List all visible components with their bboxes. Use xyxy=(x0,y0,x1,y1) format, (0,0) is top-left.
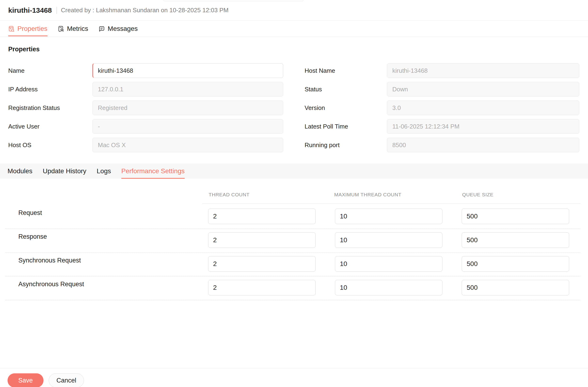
footer-action-bar: Save Cancel xyxy=(0,368,588,387)
header-divider xyxy=(56,7,57,14)
row-label: Synchronous Request xyxy=(18,257,81,264)
request-queue-size-input[interactable] xyxy=(462,208,569,224)
performance-table-header: THREAD COUNT MAXIMUM THREAD COUNT QUEUE … xyxy=(0,179,588,204)
active-user-label: Active User xyxy=(8,123,92,130)
col-header-thread-count: THREAD COUNT xyxy=(209,192,250,198)
tab-properties-label: Properties xyxy=(17,25,47,32)
col-header-queue-size: QUEUE SIZE xyxy=(462,192,493,198)
async-request-thread-count-input[interactable] xyxy=(208,280,316,296)
save-button[interactable]: Save xyxy=(7,373,43,387)
subtab-update-history-label: Update History xyxy=(43,167,86,175)
row-label: Asynchronous Request xyxy=(18,281,84,288)
version-label: Version xyxy=(305,104,387,112)
tab-messages-label: Messages xyxy=(108,25,138,32)
host-name-label: Host Name xyxy=(305,67,387,74)
async-request-queue-size-input[interactable] xyxy=(462,280,569,296)
latest-poll-time-input xyxy=(387,119,579,134)
status-input xyxy=(387,82,579,96)
row-label: Response xyxy=(18,233,47,240)
subtab-performance-settings-label: Performance Settings xyxy=(121,167,185,175)
request-max-thread-count-input[interactable] xyxy=(335,208,442,224)
col-header-maximum-thread-count: MAXIMUM THREAD COUNT xyxy=(334,192,401,198)
created-by-text: Created by : Lakshmanan Sundaran on 10-2… xyxy=(61,7,229,14)
sync-request-max-thread-count-input[interactable] xyxy=(335,256,442,272)
host-name-input xyxy=(387,63,579,78)
registration-status-input xyxy=(92,100,283,115)
page-title: kiruthi-13468 xyxy=(8,6,52,14)
async-request-max-thread-count-input[interactable] xyxy=(335,280,442,296)
table-row-asynchronous-request: Asynchronous Request xyxy=(5,276,581,300)
field-host-os: Host OS xyxy=(8,138,283,152)
tab-metrics-label: Metrics xyxy=(67,25,88,32)
section-title-properties: Properties xyxy=(8,46,588,53)
sync-request-queue-size-input[interactable] xyxy=(462,256,569,272)
header-separator-line xyxy=(202,203,581,204)
table-row-synchronous-request: Synchronous Request xyxy=(5,252,581,276)
performance-table-body: Request Response Synchronous Request Asy… xyxy=(0,204,588,300)
field-running-port: Running port xyxy=(305,138,579,152)
form-column-right: Host Name Status Version Latest Poll Tim… xyxy=(283,63,579,156)
table-row-response: Response xyxy=(5,229,581,252)
latest-poll-time-label: Latest Poll Time xyxy=(305,123,387,130)
page-header: kiruthi-13468 Created by : Lakshmanan Su… xyxy=(0,0,588,21)
main-tab-bar: Properties Metrics Messages xyxy=(0,21,588,37)
response-max-thread-count-input[interactable] xyxy=(335,232,442,248)
running-port-input xyxy=(387,138,579,152)
metrics-icon xyxy=(58,26,64,32)
cancel-button[interactable]: Cancel xyxy=(49,373,84,387)
status-label: Status xyxy=(305,86,387,93)
tab-metrics[interactable]: Metrics xyxy=(58,21,88,37)
subtab-logs-label: Logs xyxy=(97,167,111,175)
row-label: Request xyxy=(18,209,42,217)
tab-properties[interactable]: Properties xyxy=(8,21,47,37)
host-os-input xyxy=(92,138,283,152)
field-name: Name xyxy=(8,63,283,78)
ip-address-label: IP Address xyxy=(8,86,92,93)
running-port-label: Running port xyxy=(305,141,387,149)
field-latest-poll-time: Latest Poll Time xyxy=(305,119,579,134)
subtab-performance-settings[interactable]: Performance Settings xyxy=(121,164,185,179)
top-cutoff-panel-edge xyxy=(164,0,303,1)
table-row-request: Request xyxy=(5,205,581,229)
field-ip-address: IP Address xyxy=(8,82,283,96)
properties-icon xyxy=(8,26,15,32)
request-thread-count-input[interactable] xyxy=(208,208,316,224)
field-active-user: Active User xyxy=(8,119,283,134)
content-spacer xyxy=(0,300,588,368)
messages-icon xyxy=(99,26,105,32)
field-host-name: Host Name xyxy=(305,63,579,78)
field-registration-status: Registration Status xyxy=(8,100,283,115)
sync-request-thread-count-input[interactable] xyxy=(208,256,316,272)
name-input[interactable] xyxy=(92,63,283,78)
form-column-left: Name IP Address Registration Status Acti… xyxy=(0,63,283,156)
subtab-modules[interactable]: Modules xyxy=(7,164,32,179)
active-user-input xyxy=(92,119,283,134)
subtab-update-history[interactable]: Update History xyxy=(43,164,86,179)
properties-form: Name IP Address Registration Status Acti… xyxy=(0,63,588,156)
name-label: Name xyxy=(8,67,92,74)
subtab-modules-label: Modules xyxy=(7,167,32,175)
field-status: Status xyxy=(305,82,579,96)
response-thread-count-input[interactable] xyxy=(208,232,316,248)
response-queue-size-input[interactable] xyxy=(462,232,569,248)
sub-tab-bar: Modules Update History Logs Performance … xyxy=(0,164,588,179)
subtab-logs[interactable]: Logs xyxy=(97,164,111,179)
host-os-label: Host OS xyxy=(8,141,92,149)
version-input xyxy=(387,100,579,115)
registration-status-label: Registration Status xyxy=(8,104,92,112)
tab-messages[interactable]: Messages xyxy=(99,21,138,37)
ip-address-input xyxy=(92,82,283,96)
field-version: Version xyxy=(305,100,579,115)
